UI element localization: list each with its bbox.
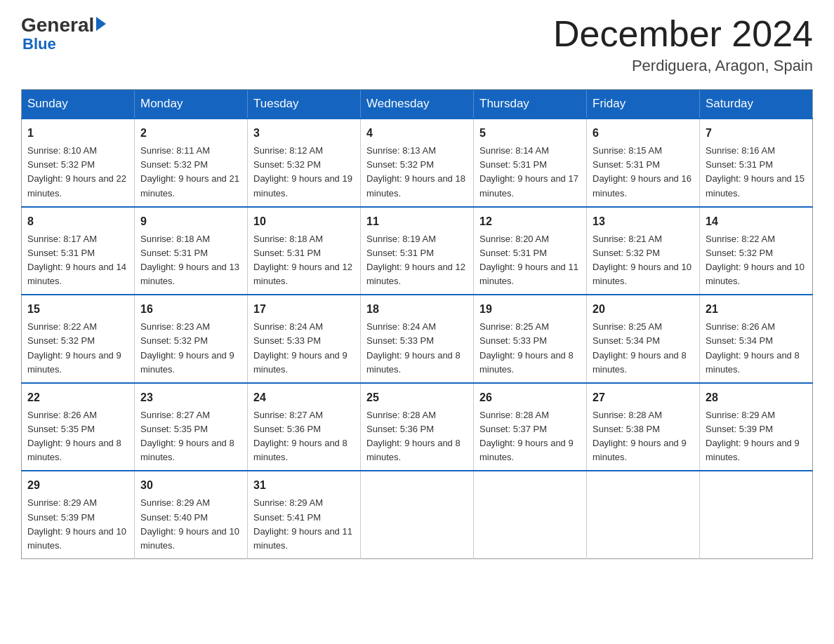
day-number: 16 xyxy=(140,301,241,318)
table-row xyxy=(700,471,813,558)
day-info: Sunrise: 8:18 AMSunset: 5:31 PMDaylight:… xyxy=(140,232,241,289)
table-row: 4Sunrise: 8:13 AMSunset: 5:32 PMDaylight… xyxy=(361,119,474,207)
day-info: Sunrise: 8:12 AMSunset: 5:32 PMDaylight:… xyxy=(253,144,355,201)
day-number: 12 xyxy=(479,213,581,230)
col-sunday: Sunday xyxy=(22,90,135,119)
table-row: 26Sunrise: 8:28 AMSunset: 5:37 PMDayligh… xyxy=(474,383,587,471)
col-tuesday: Tuesday xyxy=(248,90,361,119)
day-number: 14 xyxy=(706,213,807,230)
table-row: 24Sunrise: 8:27 AMSunset: 5:36 PMDayligh… xyxy=(248,383,361,471)
table-row: 10Sunrise: 8:18 AMSunset: 5:31 PMDayligh… xyxy=(248,207,361,295)
day-number: 1 xyxy=(27,125,128,142)
day-number: 21 xyxy=(706,301,807,318)
table-row: 6Sunrise: 8:15 AMSunset: 5:31 PMDaylight… xyxy=(587,119,700,207)
table-row xyxy=(587,471,700,558)
table-row: 31Sunrise: 8:29 AMSunset: 5:41 PMDayligh… xyxy=(248,471,361,558)
day-number: 9 xyxy=(140,213,241,230)
day-info: Sunrise: 8:28 AMSunset: 5:38 PMDaylight:… xyxy=(593,408,694,465)
day-info: Sunrise: 8:24 AMSunset: 5:33 PMDaylight:… xyxy=(253,320,355,377)
day-number: 2 xyxy=(140,125,241,142)
day-info: Sunrise: 8:20 AMSunset: 5:31 PMDaylight:… xyxy=(479,232,581,289)
calendar-week-row: 8Sunrise: 8:17 AMSunset: 5:31 PMDaylight… xyxy=(22,207,813,295)
day-info: Sunrise: 8:10 AMSunset: 5:32 PMDaylight:… xyxy=(27,144,128,201)
col-wednesday: Wednesday xyxy=(361,90,474,119)
day-info: Sunrise: 8:11 AMSunset: 5:32 PMDaylight:… xyxy=(140,144,241,201)
day-info: Sunrise: 8:26 AMSunset: 5:35 PMDaylight:… xyxy=(27,408,128,465)
day-number: 28 xyxy=(706,389,807,406)
calendar-table: Sunday Monday Tuesday Wednesday Thursday… xyxy=(21,89,813,559)
day-number: 26 xyxy=(479,389,581,406)
table-row: 1Sunrise: 8:10 AMSunset: 5:32 PMDaylight… xyxy=(22,119,135,207)
table-row: 2Sunrise: 8:11 AMSunset: 5:32 PMDaylight… xyxy=(135,119,248,207)
day-number: 27 xyxy=(593,389,694,406)
day-number: 31 xyxy=(253,477,355,494)
calendar-week-row: 1Sunrise: 8:10 AMSunset: 5:32 PMDaylight… xyxy=(22,119,813,207)
day-info: Sunrise: 8:26 AMSunset: 5:34 PMDaylight:… xyxy=(706,320,807,377)
col-friday: Friday xyxy=(587,90,700,119)
table-row: 17Sunrise: 8:24 AMSunset: 5:33 PMDayligh… xyxy=(248,295,361,383)
day-info: Sunrise: 8:15 AMSunset: 5:31 PMDaylight:… xyxy=(593,144,694,201)
day-info: Sunrise: 8:27 AMSunset: 5:36 PMDaylight:… xyxy=(253,408,355,465)
day-number: 7 xyxy=(706,125,807,142)
col-thursday: Thursday xyxy=(474,90,587,119)
day-info: Sunrise: 8:27 AMSunset: 5:35 PMDaylight:… xyxy=(140,408,241,465)
table-row xyxy=(361,471,474,558)
logo-triangle-icon xyxy=(96,17,106,31)
title-block: December 2024 Perdiguera, Aragon, Spain xyxy=(553,14,813,75)
day-number: 17 xyxy=(253,301,355,318)
day-info: Sunrise: 8:29 AMSunset: 5:40 PMDaylight:… xyxy=(140,496,241,553)
table-row: 21Sunrise: 8:26 AMSunset: 5:34 PMDayligh… xyxy=(700,295,813,383)
day-number: 24 xyxy=(253,389,355,406)
table-row: 27Sunrise: 8:28 AMSunset: 5:38 PMDayligh… xyxy=(587,383,700,471)
table-row: 16Sunrise: 8:23 AMSunset: 5:32 PMDayligh… xyxy=(135,295,248,383)
calendar-week-row: 15Sunrise: 8:22 AMSunset: 5:32 PMDayligh… xyxy=(22,295,813,383)
day-number: 13 xyxy=(593,213,694,230)
day-info: Sunrise: 8:28 AMSunset: 5:36 PMDaylight:… xyxy=(366,408,468,465)
col-saturday: Saturday xyxy=(700,90,813,119)
day-info: Sunrise: 8:22 AMSunset: 5:32 PMDaylight:… xyxy=(27,320,128,377)
month-title: December 2024 xyxy=(553,14,813,54)
day-number: 29 xyxy=(27,477,128,494)
day-info: Sunrise: 8:25 AMSunset: 5:34 PMDaylight:… xyxy=(593,320,694,377)
day-number: 6 xyxy=(593,125,694,142)
day-number: 5 xyxy=(479,125,581,142)
logo-blue-text: Blue xyxy=(22,35,56,53)
table-row: 18Sunrise: 8:24 AMSunset: 5:33 PMDayligh… xyxy=(361,295,474,383)
day-number: 18 xyxy=(366,301,468,318)
day-info: Sunrise: 8:21 AMSunset: 5:32 PMDaylight:… xyxy=(593,232,694,289)
day-number: 8 xyxy=(27,213,128,230)
table-row: 9Sunrise: 8:18 AMSunset: 5:31 PMDaylight… xyxy=(135,207,248,295)
table-row: 19Sunrise: 8:25 AMSunset: 5:33 PMDayligh… xyxy=(474,295,587,383)
day-number: 3 xyxy=(253,125,355,142)
day-number: 23 xyxy=(140,389,241,406)
day-info: Sunrise: 8:22 AMSunset: 5:32 PMDaylight:… xyxy=(706,232,807,289)
day-number: 11 xyxy=(366,213,468,230)
table-row: 5Sunrise: 8:14 AMSunset: 5:31 PMDaylight… xyxy=(474,119,587,207)
day-info: Sunrise: 8:19 AMSunset: 5:31 PMDaylight:… xyxy=(366,232,468,289)
day-info: Sunrise: 8:28 AMSunset: 5:37 PMDaylight:… xyxy=(479,408,581,465)
table-row: 11Sunrise: 8:19 AMSunset: 5:31 PMDayligh… xyxy=(361,207,474,295)
table-row: 22Sunrise: 8:26 AMSunset: 5:35 PMDayligh… xyxy=(22,383,135,471)
day-number: 10 xyxy=(253,213,355,230)
table-row: 25Sunrise: 8:28 AMSunset: 5:36 PMDayligh… xyxy=(361,383,474,471)
calendar-week-row: 29Sunrise: 8:29 AMSunset: 5:39 PMDayligh… xyxy=(22,471,813,558)
day-info: Sunrise: 8:24 AMSunset: 5:33 PMDaylight:… xyxy=(366,320,468,377)
day-info: Sunrise: 8:13 AMSunset: 5:32 PMDaylight:… xyxy=(366,144,468,201)
day-number: 30 xyxy=(140,477,241,494)
day-info: Sunrise: 8:16 AMSunset: 5:31 PMDaylight:… xyxy=(706,144,807,201)
day-number: 15 xyxy=(27,301,128,318)
table-row: 3Sunrise: 8:12 AMSunset: 5:32 PMDaylight… xyxy=(248,119,361,207)
day-number: 19 xyxy=(479,301,581,318)
day-number: 25 xyxy=(366,389,468,406)
day-info: Sunrise: 8:25 AMSunset: 5:33 PMDaylight:… xyxy=(479,320,581,377)
table-row xyxy=(474,471,587,558)
table-row: 12Sunrise: 8:20 AMSunset: 5:31 PMDayligh… xyxy=(474,207,587,295)
day-number: 20 xyxy=(593,301,694,318)
logo: General Blue xyxy=(21,14,106,53)
day-number: 22 xyxy=(27,389,128,406)
day-number: 4 xyxy=(366,125,468,142)
table-row: 30Sunrise: 8:29 AMSunset: 5:40 PMDayligh… xyxy=(135,471,248,558)
table-row: 13Sunrise: 8:21 AMSunset: 5:32 PMDayligh… xyxy=(587,207,700,295)
table-row: 14Sunrise: 8:22 AMSunset: 5:32 PMDayligh… xyxy=(700,207,813,295)
logo-general-text: General xyxy=(21,14,94,36)
